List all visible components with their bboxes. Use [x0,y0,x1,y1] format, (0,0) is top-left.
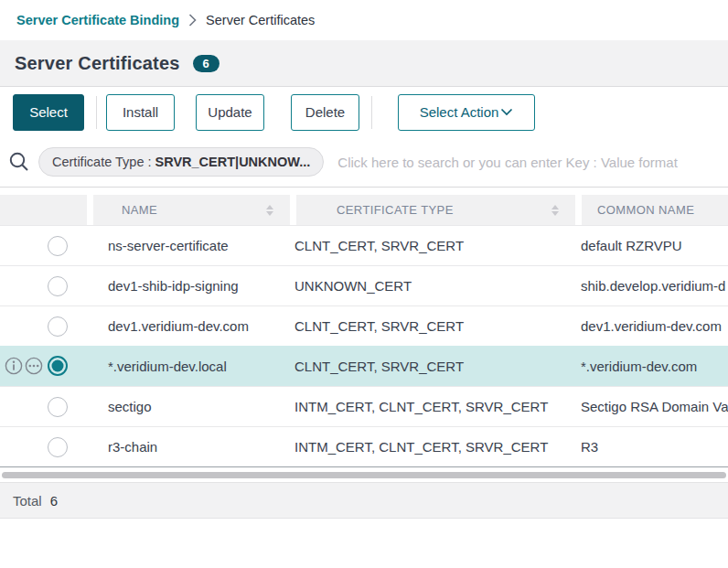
cell-certificate-type: CLNT_CERT, SRVR_CERT [290,346,575,386]
search-icon [7,150,31,174]
filter-chip-value: SRVR_CERT|UNKNOW... [155,155,311,169]
table-bottom-border [0,466,728,467]
cell-common-name: default RZRVPU [575,226,728,265]
select-action-dropdown[interactable]: Select Action [398,94,535,131]
table-footer: Total 6 [0,482,728,519]
search-placeholder: Click here to search or you can enter Ke… [337,155,678,170]
delete-button[interactable]: Delete [291,94,359,131]
total-label: Total [13,493,42,509]
row-radio-checked[interactable] [48,356,68,376]
row-radio[interactable] [48,397,68,417]
search-bar[interactable]: Certificate Type : SRVR_CERT|UNKNOW... C… [0,137,728,188]
header-common-name[interactable]: COMMON NAME [582,195,728,225]
cell-certificate-type: INTM_CERT, CLNT_CERT, SRVR_CERT [290,427,575,466]
sort-icon[interactable] [266,205,273,216]
cell-name: *.veridium-dev.local [87,346,290,386]
table-row: ns-server-certificate CLNT_CERT, SRVR_CE… [0,225,728,265]
cell-name: ns-server-certificate [87,226,290,265]
cell-certificate-type: CLNT_CERT, SRVR_CERT [290,306,575,346]
filter-chip-key: Certificate Type : [52,155,152,169]
cell-common-name: Sectigo RSA Domain Va [575,387,728,426]
cell-name: sectigo [87,387,290,426]
info-icon[interactable] [5,357,23,375]
cell-name: dev1.veridium-dev.com [87,306,290,346]
table-row: sectigo INTM_CERT, CLNT_CERT, SRVR_CERT … [0,386,728,426]
breadcrumb: Server Certificate Binding Server Certif… [0,0,728,40]
table-row: dev1.veridium-dev.com CLNT_CERT, SRVR_CE… [0,305,728,346]
row-radio[interactable] [48,236,68,256]
cell-certificate-type: INTM_CERT, CLNT_CERT, SRVR_CERT [290,387,575,426]
row-radio[interactable] [48,437,68,457]
count-badge: 6 [193,55,219,72]
cell-common-name: R3 [575,427,728,466]
chevron-right-icon [188,14,197,27]
table-row: r3-chain INTM_CERT, CLNT_CERT, SRVR_CERT… [0,426,728,466]
horizontal-scrollbar[interactable] [2,472,726,478]
cell-common-name: dev1.veridium-dev.com [575,306,728,346]
total-value: 6 [50,493,58,509]
sort-icon[interactable] [551,205,559,216]
toolbar: Select Install Update Delete Select Acti… [0,87,728,137]
select-button[interactable]: Select [13,94,84,131]
cell-common-name: *.veridium-dev.com [575,346,728,386]
title-bar: Server Certificates 6 [0,40,728,87]
toolbar-divider [371,96,372,129]
server-certificates-table: NAME CERTIFICATE TYPE COMMON NAME ns-ser… [0,195,728,478]
table-header-row: NAME CERTIFICATE TYPE COMMON NAME [0,195,728,225]
ellipsis-icon[interactable] [25,357,43,375]
page-title: Server Certificates [15,53,180,74]
table-row-selected: *.veridium-dev.local CLNT_CERT, SRVR_CER… [0,346,728,386]
header-select-column [0,195,87,225]
breadcrumb-current: Server Certificates [206,13,315,27]
header-certificate-type[interactable]: CERTIFICATE TYPE [296,195,575,225]
table-row: dev1-shib-idp-signing UNKNOWN_CERT shib.… [0,265,728,305]
chevron-down-icon [500,108,513,116]
cell-certificate-type: CLNT_CERT, SRVR_CERT [290,226,575,265]
row-radio[interactable] [48,316,68,337]
cell-name: dev1-shib-idp-signing [87,266,290,305]
cell-certificate-type: UNKNOWN_CERT [290,266,575,305]
breadcrumb-link-server-certificate-binding[interactable]: Server Certificate Binding [16,13,179,27]
filter-chip-certificate-type[interactable]: Certificate Type : SRVR_CERT|UNKNOW... [38,147,324,177]
cell-common-name: shib.develop.veridium-d [575,266,728,305]
install-button[interactable]: Install [106,94,175,131]
row-radio[interactable] [48,276,68,296]
header-name[interactable]: NAME [93,195,290,225]
toolbar-divider [96,96,97,129]
select-action-label: Select Action [420,104,499,120]
update-button[interactable]: Update [196,94,264,131]
cell-name: r3-chain [87,427,290,466]
